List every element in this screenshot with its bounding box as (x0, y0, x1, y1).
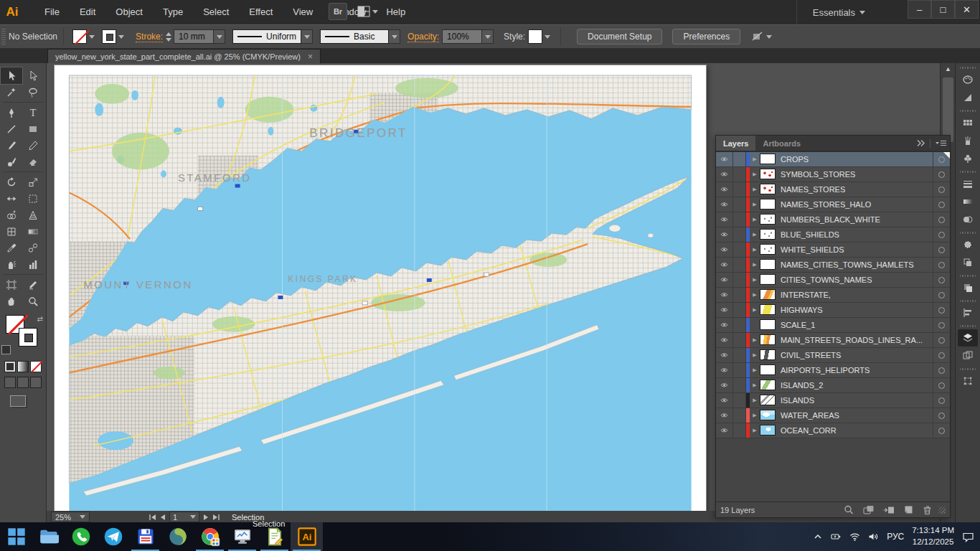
lock-toggle-cell[interactable] (733, 197, 746, 212)
scrollbar-thumb[interactable] (943, 77, 953, 142)
dock-group-grip[interactable] (960, 298, 976, 303)
width-profile-combo[interactable]: Uniform (232, 29, 301, 44)
brush-definition-combo[interactable]: Basic (320, 29, 389, 44)
layer-row-civil-streets[interactable]: ▶CIVIL_STREETS (716, 348, 950, 363)
line-segment-tool[interactable] (1, 121, 22, 137)
visibility-eye-icon[interactable] (716, 182, 733, 197)
visibility-eye-icon[interactable] (716, 333, 733, 347)
document-setup-button[interactable]: Document Setup (577, 29, 662, 44)
scale-tool[interactable] (22, 174, 44, 190)
dock-group-grip[interactable] (960, 65, 976, 70)
menu-help[interactable]: Help (376, 0, 415, 24)
selection-tool[interactable] (1, 67, 22, 84)
expand-triangle-icon[interactable]: ▶ (750, 363, 760, 377)
lock-toggle-cell[interactable] (733, 423, 746, 438)
eraser-tool[interactable] (22, 154, 44, 170)
blob-brush-tool[interactable] (1, 154, 22, 170)
pencil-tool[interactable] (22, 137, 44, 154)
taskbar-telegram[interactable] (97, 522, 129, 551)
layer-row-ocean-corr[interactable]: ▶OCEAN_CORR (716, 423, 950, 438)
target-circle[interactable] (933, 408, 950, 423)
artboard-tool[interactable] (1, 276, 22, 293)
lock-toggle-cell[interactable] (733, 303, 746, 317)
target-circle[interactable] (933, 348, 950, 362)
taskbar-file-explorer[interactable] (32, 522, 65, 551)
draw-behind-button[interactable] (17, 377, 29, 388)
dock-group-grip[interactable] (960, 230, 976, 235)
preferences-button[interactable]: Preferences (672, 29, 740, 44)
stroke-panel-icon[interactable] (958, 175, 978, 192)
target-circle[interactable] (933, 288, 950, 302)
maximize-button[interactable]: □ (931, 0, 955, 19)
layer-row-cities-towns-names[interactable]: ▶CITIES_TOWNS_NAMES (716, 273, 950, 288)
new-sublayer-icon[interactable] (882, 504, 895, 515)
free-transform-tool[interactable] (22, 190, 44, 207)
close-tab-icon[interactable]: × (308, 52, 313, 62)
target-circle[interactable] (933, 363, 950, 377)
layers-panel-icon[interactable] (958, 329, 978, 347)
new-layer-icon[interactable] (903, 504, 914, 515)
rectangle-tool[interactable] (22, 121, 44, 137)
align-panel-icon[interactable] (958, 304, 978, 321)
visibility-eye-icon[interactable] (716, 303, 733, 317)
none-mode-button[interactable] (30, 361, 42, 372)
target-circle[interactable] (933, 167, 950, 182)
expand-triangle-icon[interactable]: ▶ (750, 378, 760, 392)
document-tab[interactable]: yellow_new_york_state_part_complete_all.… (47, 49, 321, 63)
bridge-button[interactable]: Br (329, 3, 347, 20)
layer-row-islands-2[interactable]: ▶ISLANDS_2 (716, 378, 950, 393)
menu-file[interactable]: File (34, 0, 70, 24)
visibility-eye-icon[interactable] (716, 167, 733, 182)
lock-toggle-cell[interactable] (733, 152, 746, 166)
layer-row-blue-shields[interactable]: ▶BLUE_SHIELDS (716, 227, 950, 242)
expand-triangle-icon[interactable]: ▶ (750, 167, 760, 182)
visibility-eye-icon[interactable] (716, 348, 733, 362)
layer-row-islands[interactable]: ▶ISLANDS (716, 393, 950, 408)
menu-type[interactable]: Type (153, 0, 193, 24)
target-circle[interactable] (933, 227, 950, 242)
taskbar-start[interactable] (0, 522, 32, 551)
width-tool[interactable] (1, 190, 22, 207)
gradient-mode-button[interactable] (17, 361, 29, 372)
layer-row-names-cities-towns-hamlets[interactable]: ▶NAMES_CITIES_TOWNS_HAMLETS (716, 258, 950, 273)
visibility-eye-icon[interactable] (716, 258, 733, 272)
shape-builder-tool[interactable] (1, 207, 22, 223)
brushes-panel-icon[interactable] (958, 132, 978, 149)
menu-effect[interactable]: Effect (239, 0, 283, 24)
stroke-proxy[interactable] (19, 328, 37, 347)
lock-toggle-cell[interactable] (733, 408, 746, 423)
visibility-eye-icon[interactable] (716, 197, 733, 212)
tab-layers[interactable]: Layers (716, 136, 755, 151)
zoom-level-field[interactable]: 25% (51, 512, 90, 522)
visibility-eye-icon[interactable] (716, 318, 733, 332)
gradient-tool[interactable] (22, 223, 44, 240)
style-control[interactable] (528, 29, 552, 44)
menu-select[interactable]: Select (193, 0, 239, 24)
draw-inside-button[interactable] (30, 377, 42, 388)
target-circle[interactable] (933, 273, 950, 287)
lock-toggle-cell[interactable] (733, 348, 746, 362)
expand-triangle-icon[interactable]: ▶ (750, 348, 760, 362)
lock-toggle-cell[interactable] (733, 182, 746, 197)
eyedropper-tool[interactable] (1, 240, 22, 256)
stroke-color-control[interactable] (102, 29, 126, 44)
lock-toggle-cell[interactable] (733, 242, 746, 257)
visibility-eye-icon[interactable] (716, 408, 733, 423)
clock[interactable]: 7:13:14 PM 12/12/2025 (912, 525, 954, 547)
layer-row-numbers-black-white[interactable]: ▶NUMBERS_BLACK_WHITE (716, 212, 950, 227)
visibility-eye-icon[interactable] (716, 242, 733, 257)
lock-toggle-cell[interactable] (733, 273, 746, 287)
dock-group-grip[interactable] (960, 323, 976, 329)
dock-group-grip[interactable] (960, 273, 976, 278)
tab-artboards[interactable]: Artboards (755, 136, 808, 151)
taskbar-chrome[interactable] (194, 522, 226, 551)
lock-toggle-cell[interactable] (733, 378, 746, 392)
graphic-styles-panel-icon[interactable] (958, 254, 978, 271)
taskbar-whatsapp[interactable] (65, 522, 97, 551)
layer-row-names-stores-halo[interactable]: ▶NAMES_STORES_HALO (716, 197, 950, 212)
pathfinder-panel-icon[interactable] (958, 279, 978, 296)
last-artboard-icon[interactable] (212, 514, 220, 521)
panel-grip[interactable] (1, 29, 6, 44)
layer-row-airports-heliports[interactable]: ▶AIRPORTS_HELIPORTS (716, 363, 950, 378)
menu-edit[interactable]: Edit (70, 0, 105, 24)
